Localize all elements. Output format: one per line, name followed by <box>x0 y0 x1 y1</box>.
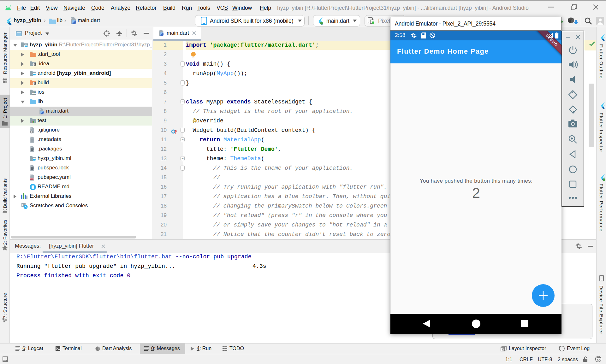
svg-text:YML: YML <box>30 178 34 180</box>
